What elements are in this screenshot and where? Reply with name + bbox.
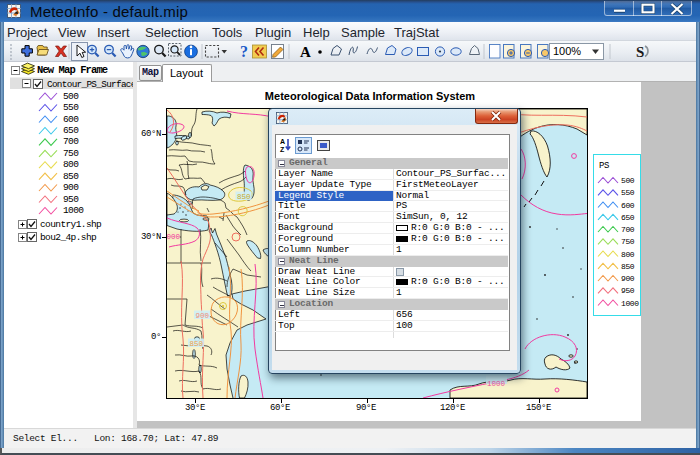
svg-text:100%: 100%: [553, 45, 581, 57]
svg-text:1000: 1000: [167, 233, 181, 241]
svg-text:900: 900: [196, 312, 210, 320]
svg-text:S: S: [636, 44, 644, 60]
svg-text:850: 850: [237, 193, 251, 201]
svg-text:A: A: [300, 44, 311, 60]
svg-text:1000: 1000: [487, 380, 506, 388]
svg-text:?: ?: [240, 43, 248, 60]
svg-text:850: 850: [190, 340, 204, 348]
